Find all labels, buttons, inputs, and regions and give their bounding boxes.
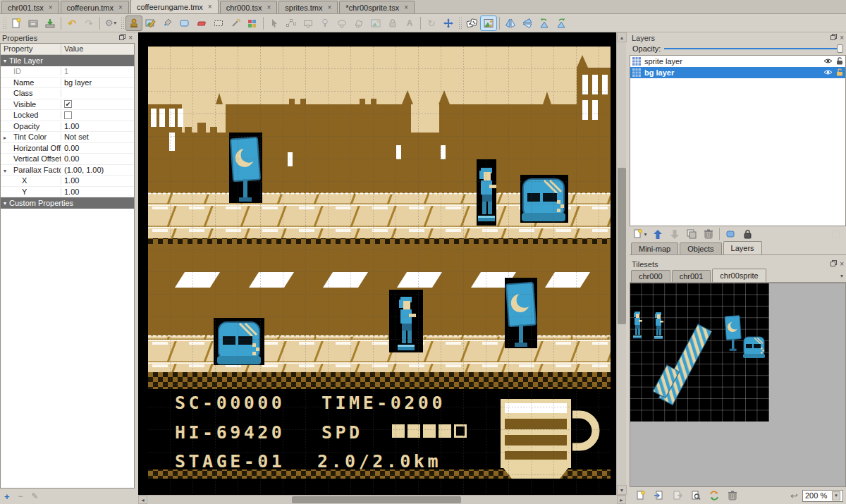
- shape-fill-button[interactable]: [176, 16, 193, 31]
- embed-tileset-button[interactable]: [651, 488, 668, 503]
- scroll-down-icon[interactable]: ▼: [617, 485, 627, 495]
- group-custom-properties[interactable]: ▾Custom Properties: [1, 197, 134, 209]
- collapse-icon[interactable]: ▾: [4, 58, 6, 64]
- lock-icon[interactable]: [836, 56, 843, 66]
- map-vertical-scrollbar[interactable]: ▲ ▼: [616, 32, 626, 495]
- bucket-fill-button[interactable]: [159, 16, 176, 31]
- scroll-left-icon[interactable]: ◄: [138, 496, 147, 504]
- float-panel-icon[interactable]: [119, 34, 125, 42]
- replace-tileset-button[interactable]: [706, 488, 723, 503]
- property-row-opacity[interactable]: Opacity1.00: [1, 121, 134, 133]
- tab-coffeerungame-tmx[interactable]: coffeerungame.tmx×: [130, 0, 219, 13]
- collapse-icon[interactable]: ▾: [4, 168, 6, 174]
- locked-checkbox[interactable]: [64, 111, 72, 119]
- property-row-parallax-x[interactable]: X1.00: [1, 176, 134, 187]
- insert-polygon-button[interactable]: [350, 16, 367, 31]
- group-tile-layer[interactable]: ▾Tile Layer: [1, 55, 134, 66]
- zoom-caret-icon[interactable]: ▾: [832, 491, 840, 500]
- remove-property-button[interactable]: −: [18, 491, 23, 501]
- terrain-fill-mode-button[interactable]: [480, 16, 497, 31]
- move-button[interactable]: [440, 16, 457, 31]
- new-tileset-button[interactable]: [632, 488, 649, 503]
- tab-objects[interactable]: Objects: [680, 242, 721, 254]
- float-panel-icon[interactable]: [830, 260, 837, 268]
- flip-horizontal-button[interactable]: [502, 16, 519, 31]
- tileset-list-caret-icon[interactable]: ▾: [840, 273, 843, 279]
- scroll-up-icon[interactable]: ▲: [617, 32, 627, 42]
- close-panel-icon[interactable]: ×: [840, 261, 844, 268]
- layer-row-bg-layer[interactable]: bg layer: [630, 67, 845, 78]
- new-file-button[interactable]: [8, 16, 25, 31]
- highlight-current-layer-button[interactable]: [828, 226, 845, 242]
- stamp-brush-button[interactable]: [125, 16, 142, 31]
- edit-property-button[interactable]: ✎: [32, 491, 39, 501]
- reset-zoom-icon[interactable]: ↩: [790, 491, 798, 500]
- toolbar-handle[interactable]: [458, 17, 462, 30]
- edit-tileset-button[interactable]: [687, 488, 704, 503]
- undo-button[interactable]: ↶: [63, 16, 80, 31]
- export-tileset-button[interactable]: [669, 488, 686, 503]
- collapse-icon[interactable]: ▾: [4, 200, 6, 207]
- opacity-slider-handle[interactable]: [837, 44, 843, 53]
- remove-tileset-button[interactable]: [724, 488, 741, 503]
- property-row-parallax-y[interactable]: Y1.00: [1, 187, 134, 198]
- property-row-id[interactable]: ID1: [1, 66, 134, 78]
- visibility-eye-icon[interactable]: [823, 68, 833, 77]
- select-objects-button[interactable]: [266, 16, 283, 31]
- redo-button[interactable]: ↷: [80, 16, 97, 31]
- eraser-button[interactable]: [193, 16, 210, 31]
- toolbar-handle[interactable]: [3, 17, 6, 30]
- lock-icon[interactable]: [836, 68, 843, 78]
- duplicate-layer-button[interactable]: [683, 226, 700, 242]
- rotate-right-button[interactable]: [553, 16, 570, 31]
- close-icon[interactable]: ×: [404, 4, 408, 11]
- expand-icon[interactable]: ▸: [4, 135, 6, 141]
- insert-ellipse-button[interactable]: [333, 16, 350, 31]
- tab-chr000-tsx[interactable]: chr000.tsx×: [220, 1, 278, 13]
- terrain-brush-button[interactable]: [142, 16, 159, 31]
- new-layer-button[interactable]: ▾: [631, 226, 649, 242]
- tileset-canvas[interactable]: [630, 283, 769, 422]
- tab-chr00sprite-tsx[interactable]: *chr00sprite.tsx×: [339, 1, 415, 13]
- opacity-slider[interactable]: [664, 44, 843, 53]
- toggle-other-layers-button[interactable]: [722, 226, 739, 242]
- tab-sprites-tmx[interactable]: sprites.tmx×: [278, 1, 338, 13]
- property-row-tint[interactable]: ▸Tint ColorNot set: [1, 132, 134, 143]
- add-property-button[interactable]: +: [4, 491, 10, 502]
- property-row-locked[interactable]: Locked: [1, 110, 134, 121]
- rect-select-button[interactable]: [210, 16, 227, 31]
- vertical-scroll-thumb[interactable]: [618, 168, 626, 324]
- zoom-combobox[interactable]: 200 % ▾: [802, 490, 843, 502]
- property-row-name[interactable]: Namebg layer: [1, 78, 134, 89]
- float-panel-icon[interactable]: [830, 34, 837, 42]
- visible-checkbox[interactable]: ✔: [64, 100, 72, 108]
- insert-tile-button[interactable]: [367, 16, 384, 31]
- same-tile-select-button[interactable]: [244, 16, 261, 31]
- tab-chr00sprite[interactable]: chr00sprite: [712, 269, 766, 282]
- tab-mini-map[interactable]: Mini-map: [631, 242, 678, 254]
- random-mode-button[interactable]: [463, 16, 480, 31]
- close-icon[interactable]: ×: [327, 4, 331, 11]
- remove-layer-button[interactable]: [700, 226, 717, 242]
- map-horizontal-scrollbar[interactable]: ◄ ►: [138, 495, 626, 504]
- property-row-visible[interactable]: Visible✔: [1, 99, 134, 111]
- insert-template-button[interactable]: [384, 16, 401, 31]
- edit-polygons-button[interactable]: [283, 16, 300, 31]
- insert-point-button[interactable]: [317, 16, 333, 31]
- rotate-button[interactable]: ↻: [423, 16, 440, 31]
- map-canvas[interactable]: SC-00000 TIME-0200 HI-69420 SPD STAGE-01…: [148, 47, 611, 495]
- raise-layer-button[interactable]: [649, 226, 666, 242]
- rotate-left-button[interactable]: [536, 16, 553, 31]
- magic-wand-button[interactable]: [227, 16, 244, 31]
- open-file-button[interactable]: [25, 16, 42, 31]
- flip-vertical-button[interactable]: [519, 16, 536, 31]
- horizontal-scroll-thumb[interactable]: [292, 496, 461, 503]
- insert-rectangle-button[interactable]: [300, 16, 317, 31]
- save-file-button[interactable]: [42, 16, 59, 31]
- toolbar-handle[interactable]: [121, 17, 124, 30]
- close-panel-icon[interactable]: ×: [840, 35, 844, 42]
- tab-chr000[interactable]: chr000: [631, 270, 670, 282]
- property-row-class[interactable]: Class: [1, 88, 134, 99]
- tab-coffeerun-tmx[interactable]: coffeerun.tmx×: [61, 1, 129, 13]
- scroll-right-icon[interactable]: ►: [617, 496, 626, 504]
